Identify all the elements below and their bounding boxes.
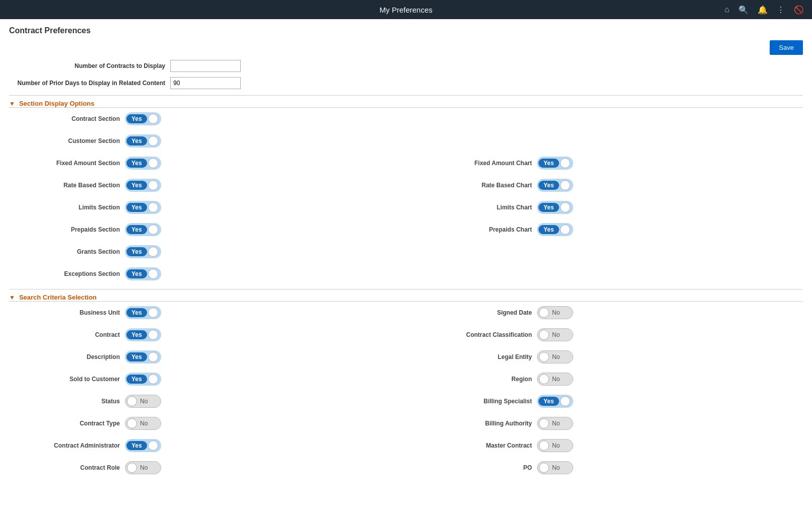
toggle-on[interactable]: Yes <box>125 267 161 280</box>
search-row-left: Description Yes <box>9 348 406 366</box>
toggle-on[interactable]: Yes <box>125 328 161 341</box>
navbar-icons: ⌂ 🔍 🔔 ⋮ 🚫 <box>724 5 804 15</box>
toggle-on[interactable]: Yes <box>125 179 161 192</box>
search-icon[interactable]: 🔍 <box>738 5 749 15</box>
section-row-left: Customer Section Yes <box>9 132 406 150</box>
search-field-label: Description <box>24 353 125 360</box>
section-field-label: Contract Section <box>24 115 125 122</box>
section-field-label-right: Limits Chart <box>456 204 537 211</box>
toggle-on[interactable]: Yes <box>537 223 573 236</box>
section-row-right: Rate Based Chart Yes <box>406 176 803 194</box>
section-row-left: Prepaids Section Yes <box>9 221 406 239</box>
section-row-right: Fixed Amount Chart Yes <box>406 154 803 172</box>
section-row-right: Limits Chart Yes <box>406 198 803 216</box>
search-row-right: Contract Classification No <box>406 326 803 344</box>
search-row-right: PO No <box>406 459 803 477</box>
section-row-right: Prepaids Chart Yes <box>406 221 803 239</box>
search-field-label: Business Unit <box>24 309 125 316</box>
section-field-label: Rate Based Section <box>24 182 125 189</box>
search-row-left: Status No <box>9 392 406 410</box>
toggle-on[interactable]: Yes <box>537 201 573 214</box>
search-field-label-right: Master Contract <box>456 442 537 449</box>
search-field-label-right: Contract Classification <box>456 331 537 338</box>
section-row-left: Fixed Amount Section Yes <box>9 154 406 172</box>
save-button[interactable]: Save <box>770 40 803 55</box>
toggle-on[interactable]: Yes <box>125 134 161 148</box>
toggle-off[interactable]: No <box>125 461 161 474</box>
search-field-label: Contract <box>24 331 125 338</box>
toggle-off[interactable]: No <box>537 306 573 319</box>
search-field-label: Contract Type <box>24 420 125 427</box>
section-display-chevron[interactable]: ▼ <box>9 100 15 107</box>
section-field-label-right: Rate Based Chart <box>456 182 537 189</box>
search-field-label-right: Billing Authority <box>456 420 537 427</box>
search-row-left: Sold to Customer Yes <box>9 370 406 388</box>
toggle-on[interactable]: Yes <box>125 245 161 258</box>
search-field-label-right: Legal Entity <box>456 353 537 360</box>
toggle-off[interactable]: No <box>537 328 573 341</box>
contracts-display-input[interactable] <box>170 60 241 72</box>
prior-days-input[interactable] <box>170 77 241 89</box>
toggle-off[interactable]: No <box>537 417 573 430</box>
toggle-on[interactable]: Yes <box>125 439 161 452</box>
section-display-header: ▼ Section Display Options <box>9 95 803 107</box>
search-row-left: Contract Administrator Yes <box>9 437 406 455</box>
search-criteria-header: ▼ Search Criteria Selection <box>9 289 803 301</box>
toggle-on[interactable]: Yes <box>125 157 161 170</box>
toggle-off[interactable]: No <box>125 417 161 430</box>
search-criteria-rows: Business Unit Yes Signed Date No Contrac… <box>9 302 803 479</box>
search-field-label: Sold to Customer <box>24 376 125 383</box>
toggle-on[interactable]: Yes <box>125 201 161 214</box>
section-row-left: Limits Section Yes <box>9 198 406 216</box>
section-field-label: Customer Section <box>24 137 125 144</box>
home-icon[interactable]: ⌂ <box>724 5 729 14</box>
section-field-label-right: Fixed Amount Chart <box>456 160 537 167</box>
search-row-left: Contract Type No <box>9 414 406 432</box>
search-row-left: Contract Role No <box>9 459 406 477</box>
contracts-display-label: Number of Contracts to Display <box>9 62 170 69</box>
cancel-icon[interactable]: 🚫 <box>794 5 804 15</box>
toggle-off[interactable]: No <box>537 350 573 364</box>
section-field-label: Fixed Amount Section <box>24 160 125 167</box>
toggle-off[interactable]: No <box>125 395 161 408</box>
toggle-on[interactable]: Yes <box>125 373 161 386</box>
search-row-left: Business Unit Yes <box>9 304 406 322</box>
toggle-on[interactable]: Yes <box>125 112 161 125</box>
search-row-right: Billing Authority No <box>406 414 803 432</box>
toggle-on[interactable]: Yes <box>537 395 573 408</box>
search-field-label: Status <box>24 398 125 405</box>
search-row-right: Legal Entity No <box>406 348 803 366</box>
prior-days-label: Number of Prior Days to Display in Relat… <box>9 80 170 87</box>
contracts-display-row: Number of Contracts to Display <box>9 60 803 72</box>
toggle-on[interactable]: Yes <box>125 350 161 364</box>
more-icon[interactable]: ⋮ <box>777 5 785 15</box>
search-criteria-label: Search Criteria Selection <box>19 294 97 301</box>
section-row-left: Exceptions Section Yes <box>9 265 406 283</box>
bell-icon[interactable]: 🔔 <box>758 5 768 15</box>
toggle-off[interactable]: No <box>537 461 573 474</box>
section-display-rows: Contract Section Yes Customer Section Ye… <box>9 108 803 285</box>
section-field-label: Prepaids Section <box>24 226 125 233</box>
toggle-on[interactable]: Yes <box>125 306 161 319</box>
toggle-off[interactable]: No <box>537 373 573 386</box>
section-field-label: Grants Section <box>24 248 125 255</box>
section-field-label: Exceptions Section <box>24 270 125 277</box>
search-row-right: Billing Specialist Yes <box>406 392 803 410</box>
section-row-left: Rate Based Section Yes <box>9 176 406 194</box>
section-field-label: Limits Section <box>24 204 125 211</box>
toggle-on[interactable]: Yes <box>125 223 161 236</box>
search-row-left: Contract Yes <box>9 326 406 344</box>
toggle-on[interactable]: Yes <box>537 179 573 192</box>
search-row-right: Signed Date No <box>406 304 803 322</box>
search-row-right: Master Contract No <box>406 437 803 455</box>
search-criteria-chevron[interactable]: ▼ <box>9 294 15 301</box>
search-field-label-right: Billing Specialist <box>456 398 537 405</box>
section-row-left: Grants Section Yes <box>9 243 406 261</box>
toggle-on[interactable]: Yes <box>537 157 573 170</box>
section-row-left: Contract Section Yes <box>9 110 406 128</box>
navbar-title: My Preferences <box>379 6 432 14</box>
navbar: My Preferences ⌂ 🔍 🔔 ⋮ 🚫 <box>0 0 812 19</box>
prior-days-row: Number of Prior Days to Display in Relat… <box>9 77 803 89</box>
toggle-off[interactable]: No <box>537 439 573 452</box>
search-field-label: Contract Administrator <box>24 442 125 449</box>
